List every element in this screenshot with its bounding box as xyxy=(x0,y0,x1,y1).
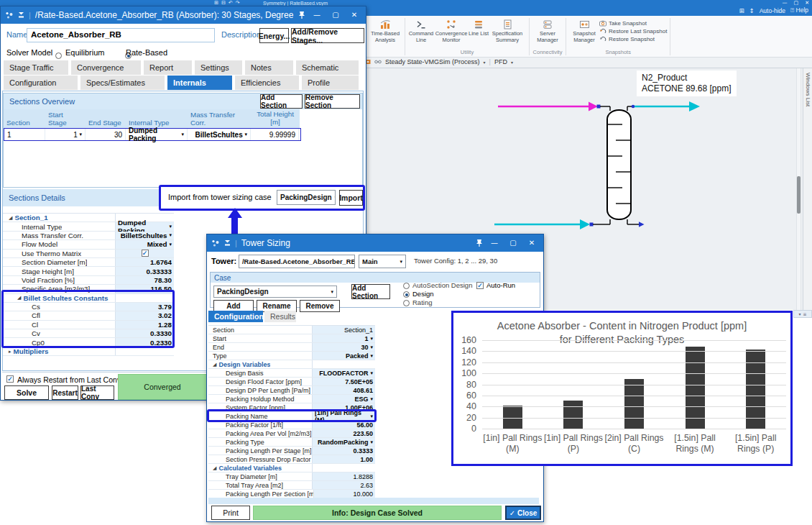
autorun-label[interactable]: Auto-Run xyxy=(486,281,515,289)
feed-stream-arrow[interactable] xyxy=(589,102,598,111)
radio-design[interactable] xyxy=(403,291,410,298)
radio-rate-based-label[interactable]: Rate-Based xyxy=(126,48,167,57)
case-add-section-button[interactable]: Add Section xyxy=(351,284,390,299)
radio-autosection-label[interactable]: AutoSection Design xyxy=(412,281,472,289)
convergence-monitor-button[interactable]: Convergence Monitor xyxy=(434,17,469,43)
specification-summary-button[interactable]: Specification Summary xyxy=(489,17,526,43)
expanded-icon[interactable]: ◢ xyxy=(213,362,216,368)
tab-report[interactable]: Report xyxy=(144,60,192,75)
row-value[interactable]: 1.28 xyxy=(115,321,174,329)
radio-equilibrium-label[interactable]: Equilibrium xyxy=(65,48,104,57)
solve-button[interactable]: Solve xyxy=(4,385,49,400)
grid-row[interactable]: TypePacked▾ xyxy=(208,352,375,360)
grid-row[interactable]: Packing TypeRandomPacking▾ xyxy=(208,438,375,447)
import-button[interactable]: Import xyxy=(339,190,363,206)
row-value[interactable]: 1.00 xyxy=(312,455,375,463)
import-case-dropdown[interactable]: PackingDesign▾ xyxy=(277,190,336,205)
row-value[interactable]: 0.33333 xyxy=(115,267,174,275)
expanded-icon[interactable]: ◢ xyxy=(213,465,216,471)
row-value[interactable]: 223.50 xyxy=(312,429,375,437)
tab-stage-traffic[interactable]: Stage Traffic xyxy=(4,60,68,75)
line-list-button[interactable]: Line List xyxy=(469,17,489,37)
grid-row[interactable]: Design Flood Factor [ppm]7.50E+05 xyxy=(208,378,375,386)
radio-autosection-design[interactable] xyxy=(403,283,410,289)
expanded-icon[interactable]: ◢ xyxy=(9,215,12,221)
dock-split-icon[interactable] xyxy=(224,239,231,247)
solvent-stream-arrow[interactable] xyxy=(580,219,590,229)
collapsed-icon[interactable]: ▸ xyxy=(9,349,11,355)
row-value[interactable]: Dumped Packing▾ xyxy=(115,222,174,230)
group-row[interactable]: ▸Multipliers xyxy=(3,347,174,356)
tab-configuration[interactable]: Configuration xyxy=(208,311,263,322)
window-icon[interactable]: ⊞ xyxy=(214,0,218,6)
row-value[interactable]: 3.79 xyxy=(115,303,174,311)
tab-efficiencies[interactable]: Efficiencies xyxy=(235,76,299,90)
row-value[interactable] xyxy=(312,360,375,368)
row-value[interactable]: ESG▾ xyxy=(312,395,375,403)
tab-internals[interactable]: Internals xyxy=(167,76,232,90)
row-value[interactable]: 1.6764 xyxy=(115,258,174,266)
n2-product-stream-arrow[interactable] xyxy=(689,101,700,111)
grid-row[interactable]: Stage Height [m]0.33333 xyxy=(3,267,174,275)
grid-row[interactable]: Section Diameter [m]1.6764 xyxy=(3,258,174,267)
always-restart-label[interactable]: Always Restart from Last Conv xyxy=(17,375,121,384)
checkbox-checked[interactable]: ✓ xyxy=(142,250,149,257)
grid-row[interactable]: Packing Area Per Vol [m2/m3]223.50 xyxy=(208,429,375,438)
row-value[interactable]: Section_1 xyxy=(312,326,375,334)
undo-icon[interactable]: ↶ xyxy=(229,0,233,6)
remove-section-button[interactable]: Remove Section xyxy=(305,94,360,109)
grid-row[interactable]: Packing Holdup MethodESG▾ xyxy=(208,395,375,403)
row-value[interactable]: Packed▾ xyxy=(312,352,375,360)
grid-row[interactable]: Use Thermo Matrix✓ xyxy=(3,250,174,258)
grid-row[interactable]: End30▾ xyxy=(208,343,375,352)
tab-settings[interactable]: Settings xyxy=(195,60,242,75)
row-value[interactable]: ✓ xyxy=(115,250,174,257)
case-dropdown[interactable]: PackingDesign▾ xyxy=(213,286,337,298)
add-section-button[interactable]: Add Section xyxy=(260,94,303,109)
grid-row[interactable]: Start1▾ xyxy=(208,334,375,343)
maximize-icon[interactable]: ▢ xyxy=(506,237,520,249)
group-row[interactable]: ◢Calculated Variables xyxy=(208,464,375,472)
row-value[interactable]: 408.61 xyxy=(312,386,375,394)
flowsheet-selector-dropdown[interactable]: Main▾ xyxy=(359,255,406,268)
autohide-pin-icon[interactable]: ↕ xyxy=(749,7,755,14)
row-value[interactable]: 0.3333 xyxy=(312,447,375,455)
row-value[interactable]: 2.63 xyxy=(312,481,375,489)
row-value[interactable]: BilletSchultes▾ xyxy=(115,232,174,239)
grid-row[interactable]: Cfl3.02 xyxy=(3,311,174,320)
bottoms-stream-arrow[interactable] xyxy=(639,222,645,227)
environment-selector[interactable]: Steady State-VMGSim (Process) xyxy=(385,58,480,65)
row-value[interactable]: 1.8288 xyxy=(312,472,375,480)
row-value[interactable]: RandomPacking▾ xyxy=(312,438,375,446)
restore-last-snapshot-button[interactable]: Restore Last Snapshot xyxy=(599,28,667,35)
grid-row[interactable]: Cv0.3330 xyxy=(3,329,174,338)
grid-row[interactable]: Design DP Per Length [Pa/m]408.61 xyxy=(208,386,375,395)
absorber-column[interactable] xyxy=(607,110,631,219)
row-value[interactable]: 1▾ xyxy=(312,334,375,342)
absorber-titlebar[interactable]: | /Rate-Based.Acetone_Absorber_RB (Absor… xyxy=(1,6,366,24)
close-button[interactable]: ✓Close xyxy=(505,506,541,520)
redo-icon[interactable]: ↷ xyxy=(236,0,240,6)
last-conv-button[interactable]: Last Conv xyxy=(80,385,114,400)
command-line-button[interactable]: Command Line xyxy=(408,17,434,43)
energy-button[interactable]: Energy... xyxy=(259,28,289,43)
maximize-icon[interactable]: ▢ xyxy=(328,9,343,21)
row-value[interactable]: 3.02 xyxy=(115,311,174,319)
row-value[interactable]: 10.000 xyxy=(313,490,375,498)
row-value[interactable]: 0.3330 xyxy=(115,329,174,337)
print-button[interactable]: Print xyxy=(211,506,250,520)
tab-profile[interactable]: Profile xyxy=(302,76,359,90)
row-value[interactable] xyxy=(115,294,174,302)
case-remove-button[interactable]: Remove xyxy=(300,300,340,312)
grid-row[interactable]: Total Tray Area [m2]2.63 xyxy=(208,481,375,490)
server-manager-button[interactable]: Server Manager xyxy=(532,17,563,43)
row-value[interactable]: 30▾ xyxy=(312,343,375,351)
tower-titlebar[interactable]: | Tower Sizing — ▢ ✕ xyxy=(207,234,543,252)
grid-row[interactable]: Specific Area [m2/m3]116.50 xyxy=(3,285,174,293)
row-value[interactable]: 0.2330 xyxy=(115,338,174,346)
help-button[interactable]: ⍰ Help xyxy=(790,6,808,14)
pfd-tab[interactable]: PFD xyxy=(494,58,507,65)
app-minimize-icon[interactable]: — xyxy=(783,0,788,6)
quick-access-toolbar[interactable]: ⊞ ⊟ ↶ ↷ xyxy=(214,0,240,6)
grid-row[interactable]: Flow ModelMixed▾ xyxy=(3,240,174,249)
